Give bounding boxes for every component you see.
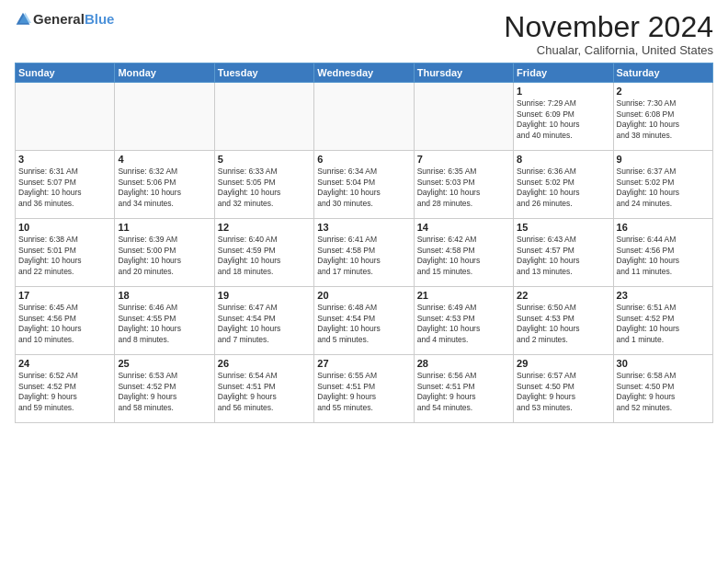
location: Chualar, California, United States — [504, 43, 713, 57]
day-number: 28 — [417, 358, 510, 369]
table-row: 23Sunrise: 6:51 AM Sunset: 4:52 PM Dayli… — [613, 287, 712, 355]
day-number: 7 — [417, 154, 510, 165]
day-number: 11 — [118, 222, 210, 233]
day-number: 30 — [617, 358, 710, 369]
day-info: Sunrise: 6:45 AM Sunset: 4:56 PM Dayligh… — [18, 303, 111, 345]
day-number: 14 — [417, 222, 510, 233]
col-wednesday: Wednesday — [314, 63, 414, 83]
day-info: Sunrise: 6:48 AM Sunset: 4:54 PM Dayligh… — [317, 303, 410, 345]
day-number: 17 — [18, 290, 111, 301]
table-row — [214, 83, 313, 151]
day-number: 25 — [118, 358, 210, 369]
day-number: 3 — [18, 154, 111, 165]
calendar-week-row: 1Sunrise: 7:29 AM Sunset: 6:09 PM Daylig… — [16, 83, 713, 151]
table-row — [314, 83, 414, 151]
day-number: 20 — [317, 290, 410, 301]
col-saturday: Saturday — [613, 63, 712, 83]
day-number: 29 — [517, 358, 609, 369]
calendar-week-row: 10Sunrise: 6:38 AM Sunset: 5:01 PM Dayli… — [16, 219, 713, 287]
day-info: Sunrise: 6:34 AM Sunset: 5:04 PM Dayligh… — [317, 167, 410, 209]
table-row: 29Sunrise: 6:57 AM Sunset: 4:50 PM Dayli… — [514, 355, 613, 423]
day-info: Sunrise: 6:38 AM Sunset: 5:01 PM Dayligh… — [18, 235, 111, 277]
day-number: 21 — [417, 290, 510, 301]
header: GeneralBlue November 2024 Chualar, Calif… — [15, 11, 713, 57]
day-info: Sunrise: 6:56 AM Sunset: 4:51 PM Dayligh… — [417, 371, 510, 413]
day-number: 27 — [317, 358, 410, 369]
table-row: 5Sunrise: 6:33 AM Sunset: 5:05 PM Daylig… — [214, 151, 313, 219]
day-number: 12 — [218, 222, 311, 233]
table-row: 12Sunrise: 6:40 AM Sunset: 4:59 PM Dayli… — [214, 219, 313, 287]
table-row: 28Sunrise: 6:56 AM Sunset: 4:51 PM Dayli… — [414, 355, 513, 423]
table-row: 8Sunrise: 6:36 AM Sunset: 5:02 PM Daylig… — [514, 151, 613, 219]
day-number: 24 — [18, 358, 111, 369]
logo-icon — [15, 11, 31, 28]
table-row: 18Sunrise: 6:46 AM Sunset: 4:55 PM Dayli… — [115, 287, 214, 355]
table-row: 15Sunrise: 6:43 AM Sunset: 4:57 PM Dayli… — [514, 219, 613, 287]
day-info: Sunrise: 6:31 AM Sunset: 5:07 PM Dayligh… — [18, 167, 111, 209]
col-friday: Friday — [514, 63, 613, 83]
table-row: 11Sunrise: 6:39 AM Sunset: 5:00 PM Dayli… — [115, 219, 214, 287]
day-info: Sunrise: 6:36 AM Sunset: 5:02 PM Dayligh… — [517, 167, 609, 209]
day-number: 23 — [617, 290, 710, 301]
calendar-week-row: 24Sunrise: 6:52 AM Sunset: 4:52 PM Dayli… — [16, 355, 713, 423]
table-row: 30Sunrise: 6:58 AM Sunset: 4:50 PM Dayli… — [613, 355, 712, 423]
day-info: Sunrise: 6:44 AM Sunset: 4:56 PM Dayligh… — [617, 235, 710, 277]
calendar-week-row: 17Sunrise: 6:45 AM Sunset: 4:56 PM Dayli… — [16, 287, 713, 355]
table-row: 27Sunrise: 6:55 AM Sunset: 4:51 PM Dayli… — [314, 355, 414, 423]
calendar-header-row: Sunday Monday Tuesday Wednesday Thursday… — [16, 63, 713, 83]
day-number: 26 — [218, 358, 311, 369]
table-row: 7Sunrise: 6:35 AM Sunset: 5:03 PM Daylig… — [414, 151, 513, 219]
month-title: November 2024 — [504, 11, 713, 43]
table-row: 22Sunrise: 6:50 AM Sunset: 4:53 PM Dayli… — [514, 287, 613, 355]
day-info: Sunrise: 6:47 AM Sunset: 4:54 PM Dayligh… — [218, 303, 311, 345]
day-info: Sunrise: 6:42 AM Sunset: 4:58 PM Dayligh… — [417, 235, 510, 277]
day-number: 6 — [317, 154, 410, 165]
col-tuesday: Tuesday — [214, 63, 313, 83]
day-number: 13 — [317, 222, 410, 233]
day-info: Sunrise: 6:40 AM Sunset: 4:59 PM Dayligh… — [218, 235, 311, 277]
day-info: Sunrise: 6:35 AM Sunset: 5:03 PM Dayligh… — [417, 167, 510, 209]
table-row: 6Sunrise: 6:34 AM Sunset: 5:04 PM Daylig… — [314, 151, 414, 219]
table-row: 21Sunrise: 6:49 AM Sunset: 4:53 PM Dayli… — [414, 287, 513, 355]
day-info: Sunrise: 6:58 AM Sunset: 4:50 PM Dayligh… — [617, 371, 710, 413]
day-number: 18 — [118, 290, 210, 301]
day-info: Sunrise: 6:55 AM Sunset: 4:51 PM Dayligh… — [317, 371, 410, 413]
table-row — [115, 83, 214, 151]
table-row: 20Sunrise: 6:48 AM Sunset: 4:54 PM Dayli… — [314, 287, 414, 355]
table-row: 4Sunrise: 6:32 AM Sunset: 5:06 PM Daylig… — [115, 151, 214, 219]
table-row: 13Sunrise: 6:41 AM Sunset: 4:58 PM Dayli… — [314, 219, 414, 287]
page-container: GeneralBlue November 2024 Chualar, Calif… — [0, 0, 728, 431]
day-number: 16 — [617, 222, 710, 233]
table-row: 17Sunrise: 6:45 AM Sunset: 4:56 PM Dayli… — [16, 287, 115, 355]
day-info: Sunrise: 7:30 AM Sunset: 6:08 PM Dayligh… — [617, 98, 710, 141]
day-number: 9 — [617, 154, 710, 165]
day-info: Sunrise: 6:49 AM Sunset: 4:53 PM Dayligh… — [417, 303, 510, 345]
day-info: Sunrise: 6:46 AM Sunset: 4:55 PM Dayligh… — [118, 303, 210, 345]
col-sunday: Sunday — [16, 63, 115, 83]
day-info: Sunrise: 6:51 AM Sunset: 4:52 PM Dayligh… — [617, 303, 710, 345]
day-number: 5 — [218, 154, 311, 165]
table-row: 2Sunrise: 7:30 AM Sunset: 6:08 PM Daylig… — [613, 83, 712, 151]
table-row: 25Sunrise: 6:53 AM Sunset: 4:52 PM Dayli… — [115, 355, 214, 423]
logo-text-blue: Blue — [85, 11, 115, 27]
table-row: 3Sunrise: 6:31 AM Sunset: 5:07 PM Daylig… — [16, 151, 115, 219]
day-number: 1 — [517, 86, 609, 97]
table-row: 1Sunrise: 7:29 AM Sunset: 6:09 PM Daylig… — [514, 83, 613, 151]
day-number: 19 — [218, 290, 311, 301]
table-row: 14Sunrise: 6:42 AM Sunset: 4:58 PM Dayli… — [414, 219, 513, 287]
day-info: Sunrise: 6:52 AM Sunset: 4:52 PM Dayligh… — [18, 371, 111, 413]
day-info: Sunrise: 6:43 AM Sunset: 4:57 PM Dayligh… — [517, 235, 609, 277]
day-info: Sunrise: 6:33 AM Sunset: 5:05 PM Dayligh… — [218, 167, 311, 209]
col-thursday: Thursday — [414, 63, 513, 83]
day-number: 22 — [517, 290, 609, 301]
day-number: 4 — [118, 154, 210, 165]
calendar-week-row: 3Sunrise: 6:31 AM Sunset: 5:07 PM Daylig… — [16, 151, 713, 219]
day-number: 2 — [617, 86, 710, 97]
table-row: 24Sunrise: 6:52 AM Sunset: 4:52 PM Dayli… — [16, 355, 115, 423]
day-number: 15 — [517, 222, 609, 233]
table-row: 10Sunrise: 6:38 AM Sunset: 5:01 PM Dayli… — [16, 219, 115, 287]
logo-text-general: General — [33, 11, 85, 27]
table-row: 26Sunrise: 6:54 AM Sunset: 4:51 PM Dayli… — [214, 355, 313, 423]
col-monday: Monday — [115, 63, 214, 83]
day-info: Sunrise: 6:53 AM Sunset: 4:52 PM Dayligh… — [118, 371, 210, 413]
